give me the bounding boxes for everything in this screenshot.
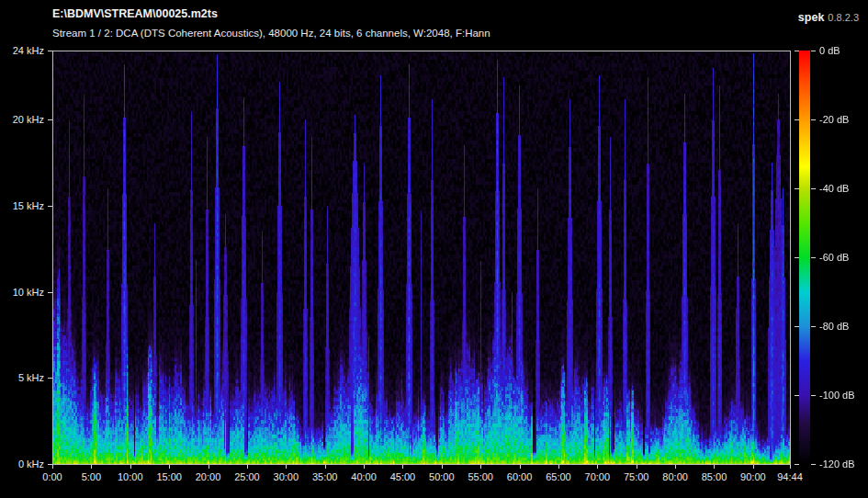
legend-tick-left: [795, 188, 799, 189]
freq-tick-label: 0 kHz: [0, 458, 44, 470]
time-tick: [442, 465, 443, 469]
app-version: 0.8.2.3: [828, 12, 859, 23]
legend-colorbar: [799, 51, 810, 465]
legend-tick-label: -20 dB: [819, 114, 849, 125]
legend-tick-label: -100 dB: [819, 390, 855, 401]
time-tick: [130, 465, 131, 469]
legend-tick-right: [811, 326, 816, 327]
freq-tick: [48, 292, 52, 293]
time-tick: [753, 465, 754, 469]
time-tick: [520, 465, 521, 469]
time-tick: [637, 465, 637, 469]
freq-tick: [48, 51, 52, 51]
freq-tick-label: 15 kHz: [0, 200, 44, 211]
time-tick-label: 94:44: [764, 471, 816, 482]
freq-tick: [48, 119, 52, 120]
time-tick: [597, 465, 598, 469]
freq-tick-label: 5 kHz: [0, 372, 44, 383]
legend-tick-right: [811, 188, 816, 189]
legend-tick-right: [811, 257, 816, 258]
legend-tick-right: [811, 51, 816, 51]
app-name: spek: [798, 11, 825, 24]
time-tick: [558, 465, 559, 469]
time-tick: [364, 465, 365, 469]
legend-tick-right: [811, 395, 816, 396]
time-tick: [247, 465, 248, 469]
time-tick: [790, 465, 791, 469]
legend-tick-left: [795, 257, 799, 258]
freq-tick-label: 10 kHz: [0, 287, 44, 298]
time-tick: [480, 465, 481, 469]
time-tick: [675, 465, 676, 469]
time-tick: [169, 465, 170, 469]
spectrogram-canvas: [53, 51, 790, 464]
freq-tick-label: 24 kHz: [0, 45, 44, 56]
freq-tick-label: 20 kHz: [0, 114, 44, 125]
spek-window: E:\BDMV\STREAM\00025.m2ts spek0.8.2.3 St…: [0, 0, 868, 498]
file-path-title: E:\BDMV\STREAM\00025.m2ts: [52, 7, 218, 20]
legend-tick-label: 0 dB: [819, 45, 840, 56]
app-brand: spek0.8.2.3: [798, 8, 859, 25]
legend-tick-label: -40 dB: [819, 183, 849, 194]
legend-tick-left: [795, 395, 799, 396]
legend-tick-left: [795, 464, 799, 465]
time-tick: [52, 465, 53, 469]
legend-tick-label: -60 dB: [819, 252, 849, 263]
time-tick: [209, 465, 209, 469]
legend-tick-left: [795, 326, 799, 327]
legend-tick-left: [795, 51, 799, 51]
time-tick: [91, 465, 92, 469]
freq-tick: [48, 206, 52, 207]
stream-info: Stream 1 / 2: DCA (DTS Coherent Acoustic…: [52, 28, 490, 39]
time-tick: [325, 465, 326, 469]
time-tick: [402, 465, 403, 469]
legend-tick-right: [811, 119, 816, 120]
freq-tick: [48, 378, 52, 379]
legend-tick-label: -80 dB: [819, 321, 849, 332]
legend-tick-left: [795, 119, 799, 120]
legend-tick-right: [811, 464, 816, 465]
time-tick: [286, 465, 287, 469]
legend-tick-label: -120 dB: [819, 458, 855, 470]
time-tick: [714, 465, 715, 469]
